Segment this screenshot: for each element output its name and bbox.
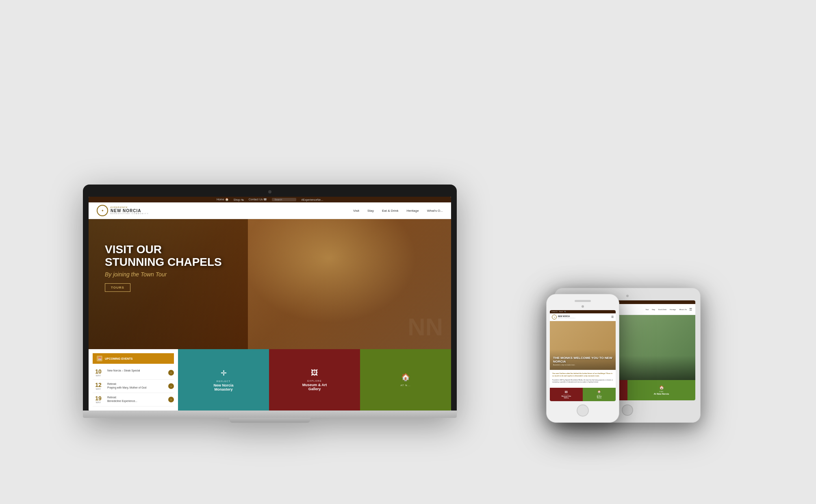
laptop-event-arrow-3[interactable]: ›: [168, 397, 174, 402]
laptop-tile-explore-title: Museum & ArtGallery: [302, 383, 327, 391]
laptop-hero-watermark: NN: [408, 313, 443, 341]
laptop-nav-whatson[interactable]: What's O...: [427, 209, 443, 213]
laptop-logo-text: EXPERIENCE NEW NORCIA BENEDICTINE COMMUN…: [111, 206, 149, 215]
laptop-device: Home 🏠 Shop 🛍 Contact Us ☎ Search #Exper…: [83, 185, 457, 423]
phone-tile-explore[interactable]: 🖼 EXPLORE Museum & ArtGallery: [550, 388, 583, 401]
phone-search-icon[interactable]: 🔍: [564, 311, 566, 313]
laptop-nav-shop[interactable]: Shop 🛍: [234, 198, 244, 201]
tablet-nav-links: Visit Stay Eat & Drink Heritage What's O…: [646, 308, 687, 311]
laptop-event-day-2: 12: [93, 382, 104, 388]
phone-hero-subtitle: Australia's only monastic town.: [553, 364, 612, 366]
laptop-event-month-1: MAY: [93, 374, 104, 377]
laptop-nav-contact[interactable]: Contact Us ☎: [249, 198, 267, 201]
phone-highlight: You won't believe what lies behind the l…: [552, 372, 613, 378]
table-row[interactable]: 19 MAY Retreat:Benedictine Experience...…: [93, 393, 174, 406]
laptop-events-label: UPCOMING EVENTS: [105, 357, 132, 360]
laptop-nav-visit[interactable]: Visit: [353, 209, 359, 213]
laptop-nav-home[interactable]: Home 🏠: [217, 198, 229, 201]
tablet-nav-visit[interactable]: Visit: [646, 308, 649, 311]
tablet-tile-stay-label: STAY: [659, 391, 664, 393]
laptop-nav-stay[interactable]: Stay: [367, 209, 374, 213]
tablet-tile-stay-icon: 🏠: [659, 385, 664, 390]
laptop-tours-button[interactable]: TOURS: [105, 283, 130, 292]
phone-logo-icon: ✦: [552, 315, 557, 319]
phone-logo-community: BENEDICTINE COMMUNITY: [558, 317, 575, 319]
laptop-event-date-2: 12 MAY: [93, 382, 104, 390]
phone-tile-explore-title: Museum & ArtGallery: [562, 395, 571, 399]
tablet-tile-stay-title: At New Norcia: [654, 393, 669, 395]
laptop-camera: [268, 190, 271, 193]
laptop-logo-community: BENEDICTINE COMMUNITY: [111, 213, 149, 215]
laptop-nav-eat[interactable]: Eat & Drink: [382, 209, 398, 213]
laptop-search-bar[interactable]: Search: [272, 198, 296, 201]
laptop-tile-reflect[interactable]: ✛ REFLECT New NorciaMonastery: [178, 349, 269, 411]
laptop-events-left: 📅 UPCOMING EVENTS 10 MAY New Norcia – St…: [89, 349, 178, 411]
table-row[interactable]: 10 MAY New Norcia – Steak Special ›: [93, 366, 174, 380]
laptop-event-day-3: 19: [93, 395, 104, 401]
phone-speaker: [575, 300, 591, 302]
phone-logo: ✦ NEW NORCIA BENEDICTINE COMMUNITY: [552, 315, 575, 319]
laptop-tile-explore-icon: 🖼: [311, 369, 318, 377]
laptop-hero-content: VISIT OURSTUNNING CHAPELS By joining the…: [105, 243, 222, 292]
laptop-tile-reflect-title: New NorciaMonastery: [213, 383, 233, 391]
tablet-nav-whatson[interactable]: What's On: [679, 308, 687, 311]
phone-body-text: Founded in 1847 by Spanish Benedictine M…: [552, 379, 613, 384]
laptop-tile-reflect-icon: ✛: [221, 369, 227, 378]
laptop-stand: [229, 418, 310, 423]
laptop-event-arrow-2[interactable]: ›: [168, 383, 174, 389]
laptop-hero: VISIT OURSTUNNING CHAPELS By joining the…: [89, 219, 451, 349]
tablet-nav-eat[interactable]: Eat & Drink: [658, 308, 666, 311]
phone-tile-explore-label: EXPLORE: [564, 394, 569, 395]
laptop-tiles: ✛ REFLECT New NorciaMonastery 🖼 EXPLORE …: [178, 349, 451, 411]
table-row[interactable]: 12 MAY Retreat:Praying with Mary, Mother…: [93, 380, 174, 393]
laptop-tile-atn-label: AT N...: [400, 384, 410, 387]
tablet-tile-stay[interactable]: 🏠 STAY At New Norcia: [627, 380, 695, 400]
phone-camera: [582, 305, 584, 308]
laptop-event-arrow-1[interactable]: ›: [168, 370, 174, 376]
laptop-screen: Home 🏠 Shop 🛍 Contact Us ☎ Search #Exper…: [89, 197, 451, 411]
phone-hamburger-icon[interactable]: ☰: [611, 315, 614, 319]
tablet-nav-heritage[interactable]: Heritage: [670, 308, 676, 311]
laptop-event-date-3: 19 MAY: [93, 395, 104, 404]
laptop-tile-explore[interactable]: 🖼 EXPLORE Museum & ArtGallery: [269, 349, 360, 411]
phone-tile-explore-icon: 🖼: [565, 391, 568, 393]
tablet-camera: [626, 295, 629, 297]
phone-tile-stay-title: At NewNorcia: [597, 395, 602, 399]
laptop-topbar: Home 🏠 Shop 🛍 Contact Us ☎ Search #Exper…: [89, 197, 451, 202]
tablet-hamburger-icon[interactable]: ☰: [689, 308, 692, 311]
phone-hero: THE MONKS WELCOME YOU TO NEW NORCIA Aust…: [550, 321, 616, 370]
phone-hero-content: THE MONKS WELCOME YOU TO NEW NORCIA Aust…: [553, 356, 612, 366]
laptop-events-header: 📅 UPCOMING EVENTS: [93, 353, 174, 364]
laptop-event-text-3: Retreat:Benedictine Experience...: [107, 395, 165, 403]
tablet-home-button[interactable]: [622, 404, 633, 416]
laptop-event-date-1: 10 MAY: [93, 369, 104, 377]
phone-logo-text: NEW NORCIA BENEDICTINE COMMUNITY: [558, 315, 575, 319]
phone-device: Contact Us Search 🔍 ✦ NEW NORCIA BENEDIC…: [546, 294, 619, 423]
laptop-outer: Home 🏠 Shop 🛍 Contact Us ☎ Search #Exper…: [83, 185, 457, 411]
laptop-logo: ✦ EXPERIENCE NEW NORCIA BENEDICTINE COMM…: [97, 205, 149, 216]
phone-topbar: Contact Us Search 🔍: [550, 310, 616, 313]
laptop-nav-heritage[interactable]: Heritage: [406, 209, 419, 213]
laptop-base: [83, 411, 457, 418]
laptop-tile-explore-label: EXPLORE: [307, 380, 321, 382]
laptop-nav: ✦ EXPERIENCE NEW NORCIA BENEDICTINE COMM…: [89, 202, 451, 219]
laptop-tile-atn-icon: 🏠: [401, 373, 410, 382]
phone-tiles: 🖼 EXPLORE Museum & ArtGallery 🏠 STAY At …: [550, 388, 616, 401]
phone-nav-search[interactable]: Search: [559, 311, 563, 313]
laptop-tile-atn[interactable]: 🏠 AT N...: [360, 349, 451, 411]
laptop-event-month-2: MAY: [93, 388, 104, 390]
phone-outer: Contact Us Search 🔍 ✦ NEW NORCIA BENEDIC…: [546, 294, 619, 423]
scene: Home 🏠 Shop 🛍 Contact Us ☎ Search #Exper…: [83, 49, 733, 455]
phone-tile-stay-label: STAY: [598, 394, 601, 395]
phone-content: You won't believe what lies behind the l…: [550, 370, 616, 386]
phone-home-button[interactable]: [577, 404, 589, 417]
laptop-hero-subtitle: By joining the Town Tour: [105, 271, 222, 278]
laptop-event-text-2: Retreat:Praying with Mary, Mother of God: [107, 382, 165, 389]
phone-hero-title: THE MONKS WELCOME YOU TO NEW NORCIA: [553, 356, 612, 364]
phone-nav-contact[interactable]: Contact Us: [551, 311, 558, 313]
laptop-event-day-1: 10: [93, 369, 104, 374]
phone-tile-stay[interactable]: 🏠 STAY At NewNorcia: [583, 388, 616, 401]
phone-screen: Contact Us Search 🔍 ✦ NEW NORCIA BENEDIC…: [550, 310, 616, 401]
tablet-nav-stay[interactable]: Stay: [652, 308, 655, 311]
phone-nav: ✦ NEW NORCIA BENEDICTINE COMMUNITY ☰: [550, 313, 616, 321]
